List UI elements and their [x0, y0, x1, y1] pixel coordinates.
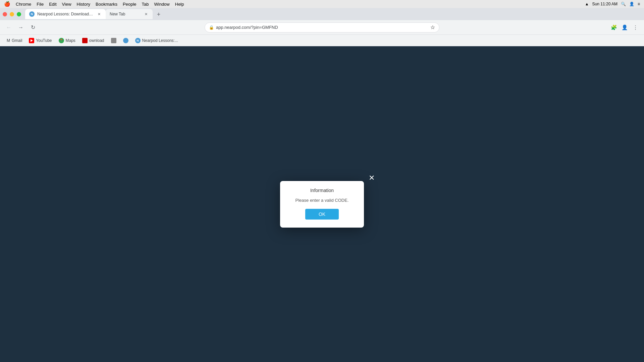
- bookmark-maps-label: Maps: [66, 38, 75, 43]
- bookmark-download[interactable]: ownload: [79, 37, 107, 45]
- chrome-menu-icon[interactable]: ⋮: [631, 23, 640, 32]
- menu-icon[interactable]: ≡: [638, 2, 640, 6]
- tab-nearpod-title: Nearpod Lessons: Download r...: [37, 12, 94, 16]
- menu-help[interactable]: Help: [175, 2, 184, 7]
- bookmark-youtube[interactable]: YouTube: [26, 37, 54, 45]
- generic1-favicon-icon: [111, 38, 116, 43]
- refresh-button[interactable]: ↻: [28, 23, 38, 32]
- menu-view[interactable]: View: [62, 2, 71, 7]
- traffic-lights: [3, 12, 21, 16]
- maps-favicon-icon: 📍: [59, 38, 64, 43]
- forward-button[interactable]: →: [16, 23, 25, 32]
- back-button[interactable]: ←: [4, 23, 13, 32]
- page-content: ✕ Information Please enter a valid CODE.…: [0, 46, 644, 362]
- dialog-close-button[interactable]: ✕: [369, 174, 375, 182]
- bookmark-gmail[interactable]: M Gmail: [4, 37, 25, 44]
- bookmark-gmail-label: Gmail: [12, 38, 22, 43]
- address-text: app.nearpod.com/?pin=GMFND: [216, 25, 278, 30]
- dialog-message: Please enter a valid CODE.: [288, 198, 356, 203]
- menubar-left: 🍎 Chrome File Edit View History Bookmark…: [4, 1, 184, 7]
- address-right-icons: ☆: [430, 24, 435, 31]
- generic2-favicon-icon: [123, 38, 128, 43]
- menu-window[interactable]: Window: [154, 2, 170, 7]
- macos-menubar: 🍎 Chrome File Edit View History Bookmark…: [0, 0, 644, 8]
- nearpod-bookmark-favicon-icon: N: [135, 38, 141, 43]
- address-bar-row: ← → ↻ 🔒 app.nearpod.com/?pin=GMFND ☆ 🧩 👤…: [0, 20, 644, 35]
- bookmark-star-icon[interactable]: ☆: [430, 24, 435, 31]
- gmail-favicon-icon: M: [7, 38, 10, 43]
- bookmarks-bar: M Gmail YouTube 📍 Maps ownload N Nearpod…: [0, 35, 644, 46]
- profile-icon[interactable]: 👤: [620, 23, 629, 32]
- bookmark-nearpod[interactable]: N Nearpod Lessons:...: [132, 37, 181, 45]
- information-dialog: ✕ Information Please enter a valid CODE.…: [280, 181, 364, 228]
- tab-nearpod[interactable]: N Nearpod Lessons: Download r... ✕: [25, 9, 106, 19]
- tab-nearpod-close-button[interactable]: ✕: [96, 11, 102, 17]
- youtube-favicon-icon: [29, 38, 34, 43]
- tab-new-title: New Tab: [110, 12, 141, 16]
- bookmark-youtube-label: YouTube: [36, 38, 52, 43]
- menu-edit[interactable]: Edit: [49, 2, 56, 7]
- bookmark-download-label: ownload: [89, 38, 104, 43]
- chrome-right-icons: 🧩 👤 ⋮: [609, 23, 640, 32]
- tab-new[interactable]: New Tab ✕: [106, 9, 153, 19]
- extensions-icon[interactable]: 🧩: [609, 23, 619, 32]
- nearpod-favicon-icon: N: [29, 11, 35, 17]
- bookmark-maps[interactable]: 📍 Maps: [56, 37, 78, 45]
- menubar-right: ▲ Sun 11:20 AM 🔍 👤 ≡: [585, 2, 640, 6]
- dialog-title: Information: [288, 188, 356, 193]
- bookmark-generic2[interactable]: [120, 37, 131, 45]
- menu-history[interactable]: History: [77, 2, 90, 7]
- download-favicon-icon: [82, 38, 88, 43]
- tabs-bar: N Nearpod Lessons: Download r... ✕ New T…: [25, 9, 641, 19]
- menu-people[interactable]: People: [123, 2, 136, 7]
- search-icon[interactable]: 🔍: [621, 2, 626, 6]
- minimize-window-button[interactable]: [10, 12, 14, 16]
- chrome-titlebar: N Nearpod Lessons: Download r... ✕ New T…: [0, 8, 644, 20]
- bookmark-nearpod-label: Nearpod Lessons:...: [142, 38, 178, 43]
- clock: Sun 11:20 AM: [592, 2, 618, 6]
- bookmark-generic1[interactable]: [108, 37, 119, 45]
- menu-chrome[interactable]: Chrome: [16, 2, 31, 7]
- dialog-ok-button[interactable]: OK: [305, 209, 339, 220]
- modal-overlay: ✕ Information Please enter a valid CODE.…: [0, 46, 644, 362]
- menu-tab[interactable]: Tab: [142, 2, 149, 7]
- lock-icon: 🔒: [209, 25, 214, 30]
- menu-bookmarks[interactable]: Bookmarks: [96, 2, 117, 7]
- menu-file[interactable]: File: [37, 2, 44, 7]
- apple-logo-icon[interactable]: 🍎: [4, 1, 10, 7]
- maximize-window-button[interactable]: [17, 12, 21, 16]
- user-icon[interactable]: 👤: [629, 2, 634, 6]
- wifi-icon: ▲: [585, 2, 589, 6]
- new-tab-button[interactable]: +: [154, 10, 163, 19]
- close-window-button[interactable]: [3, 12, 7, 16]
- tab-new-close-button[interactable]: ✕: [143, 11, 149, 17]
- address-bar[interactable]: 🔒 app.nearpod.com/?pin=GMFND ☆: [205, 22, 439, 33]
